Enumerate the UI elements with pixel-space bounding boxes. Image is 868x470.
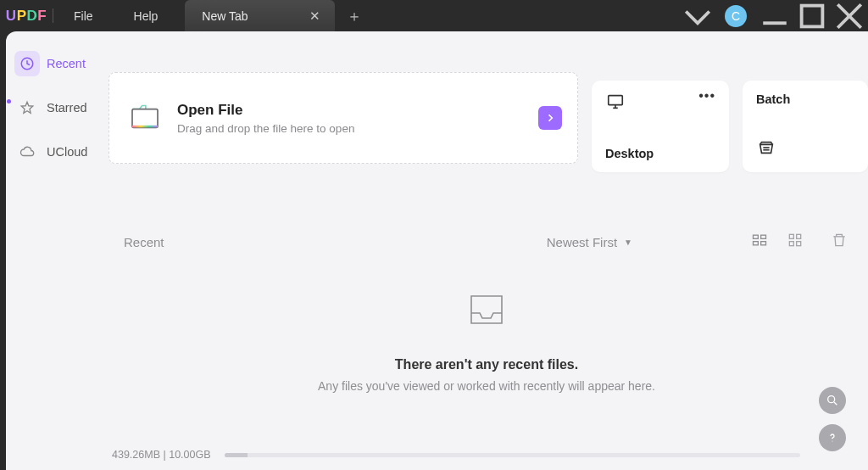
svg-rect-20 (797, 242, 801, 246)
sidebar-item-recent[interactable]: Recent (11, 47, 100, 81)
recent-title: Recent (124, 235, 164, 249)
svg-rect-13 (754, 235, 759, 238)
titlebar: UPDF File Help New Tab ✕ ＋ C (0, 0, 868, 31)
user-avatar[interactable]: C (725, 5, 747, 27)
cards-row: Open File Drag and drop the file here to… (105, 31, 868, 164)
svg-point-21 (828, 396, 835, 403)
empty-state: There aren't any recent files. Any files… (105, 291, 868, 393)
svg-marker-5 (21, 102, 33, 113)
sort-label: Newest First (547, 235, 617, 249)
help-icon (826, 431, 839, 445)
main-content: Open File Drag and drop the file here to… (105, 31, 868, 470)
storage-progress-fill (225, 453, 248, 457)
storage-progress (225, 453, 800, 457)
more-icon[interactable]: ••• (698, 92, 715, 99)
sort-dropdown[interactable]: Newest First ▼ (547, 235, 632, 249)
tab-add-button[interactable]: ＋ (342, 0, 367, 31)
sidebar-item-label: Starred (47, 101, 87, 115)
active-indicator-dot (7, 99, 11, 104)
window-close-button[interactable] (831, 0, 868, 31)
svg-rect-1 (802, 5, 823, 26)
card-label: Batch (756, 92, 790, 106)
window-minimize-button[interactable] (756, 0, 793, 31)
svg-rect-15 (754, 242, 759, 245)
svg-rect-7 (132, 126, 158, 128)
sidebar-item-label: Recent (47, 57, 86, 70)
svg-rect-16 (761, 242, 766, 245)
view-list-icon[interactable] (751, 232, 768, 252)
svg-point-23 (832, 440, 832, 441)
inbox-icon (466, 291, 507, 328)
sidebar-item-label: UCloud (47, 145, 87, 159)
app-logo: UPDF (0, 0, 53, 31)
recent-bar: Recent Newest First ▼ (105, 164, 868, 252)
monitor-icon (605, 92, 626, 115)
card-label: Desktop (605, 147, 715, 160)
sidebar: Recent Starred UCloud (6, 31, 105, 470)
svg-rect-18 (797, 234, 801, 238)
window-maximize-button[interactable] (793, 0, 831, 31)
open-file-card[interactable]: Open File Drag and drop the file here to… (108, 72, 578, 164)
batch-icon (756, 138, 854, 160)
view-grid-icon[interactable] (787, 232, 804, 252)
open-file-subtitle: Drag and drop the file here to open (177, 122, 523, 135)
svg-rect-6 (132, 109, 158, 128)
tab-label: New Tab (202, 9, 248, 23)
storage-text: 439.26MB | 10.00GB (112, 449, 211, 461)
svg-rect-17 (789, 234, 793, 238)
empty-headline: There aren't any recent files. (395, 357, 578, 372)
sidebar-item-ucloud[interactable]: UCloud (11, 135, 100, 169)
menu-file[interactable]: File (53, 0, 114, 31)
menu-help[interactable]: Help (114, 0, 179, 31)
star-icon (14, 95, 40, 120)
tab-new[interactable]: New Tab ✕ (185, 0, 334, 31)
open-file-title: Open File (177, 102, 523, 119)
batch-card[interactable]: Batch (743, 81, 868, 172)
open-file-text: Open File Drag and drop the file here to… (177, 102, 523, 135)
svg-rect-19 (789, 242, 793, 246)
desktop-card[interactable]: ••• Desktop (592, 81, 729, 172)
workspace: Recent Starred UCloud (6, 31, 868, 470)
search-fab[interactable] (819, 387, 846, 414)
cloud-icon (14, 139, 40, 165)
tab-close-button[interactable]: ✕ (308, 8, 323, 24)
chevron-down-icon: ▼ (624, 238, 632, 247)
folder-icon (128, 99, 162, 137)
help-fab[interactable] (819, 424, 846, 451)
footer: 439.26MB | 10.00GB (105, 439, 868, 470)
search-icon (826, 394, 839, 407)
empty-subtext: Any files you've viewed or worked with r… (318, 379, 655, 393)
svg-rect-8 (609, 96, 623, 105)
dropdown-icon[interactable] (679, 0, 716, 31)
trash-icon[interactable] (831, 232, 848, 252)
sidebar-item-starred[interactable]: Starred (11, 91, 100, 125)
open-file-arrow-button[interactable] (538, 106, 562, 130)
clock-icon (14, 51, 40, 76)
svg-line-22 (834, 402, 837, 405)
svg-rect-14 (761, 235, 766, 238)
